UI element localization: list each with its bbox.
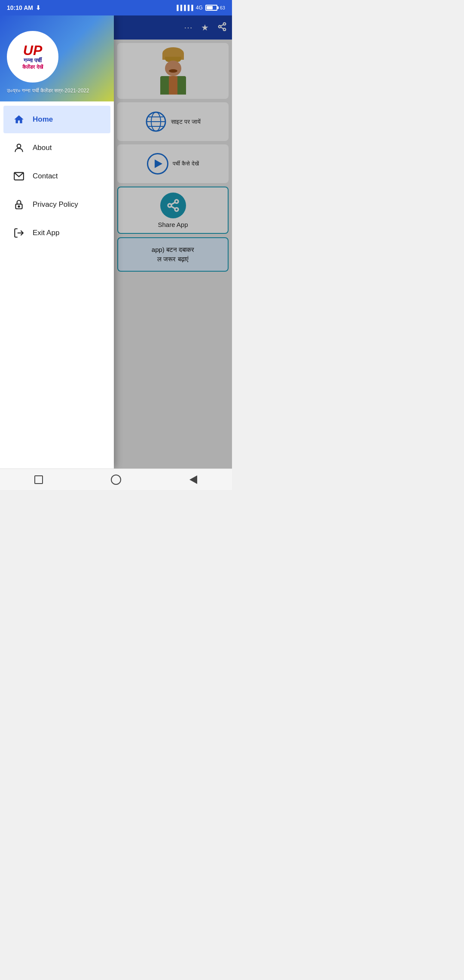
drawer-header: UP गन्ना पर्ची कैलेंडर देखें उ०प्र० गन्न…: [0, 15, 114, 101]
overlay-dim[interactable]: [114, 15, 232, 469]
battery-fill: [207, 6, 213, 9]
nav-item-home[interactable]: Home: [3, 106, 110, 133]
drawer-nav: Home About: [0, 101, 114, 469]
circle-icon: [111, 475, 121, 485]
exit-icon: [12, 226, 26, 240]
home-icon: [12, 113, 26, 126]
square-icon: [34, 475, 43, 484]
nav-item-privacy[interactable]: Privacy Policy: [3, 191, 110, 218]
drawer-subtitle: उ०प्र० गन्ना पर्ची कैलेंडर सत्र-2021-202…: [7, 88, 89, 94]
privacy-icon: [12, 198, 26, 211]
contact-icon: [12, 169, 26, 183]
status-right-area: ▐▐▐▐▐ 4G 63: [175, 5, 225, 11]
nav-home-label: Home: [33, 115, 53, 124]
download-icon: ⬇: [36, 4, 41, 11]
battery-icon: [205, 5, 217, 11]
svg-point-18: [18, 206, 19, 207]
main-container: ⋯ ★: [0, 15, 232, 469]
nav-privacy-label: Privacy Policy: [33, 200, 78, 209]
nav-item-exit[interactable]: Exit App: [3, 219, 110, 247]
logo-hindi-line2: कैलेंडर देखें: [22, 64, 43, 70]
bottom-home-button[interactable]: [107, 471, 125, 488]
navigation-drawer: UP गन्ना पर्ची कैलेंडर देखें उ०प्र० गन्न…: [0, 15, 114, 469]
bottom-nav-bar: [0, 469, 232, 490]
logo-up-text: UP: [23, 43, 42, 57]
app-logo: UP गन्ना पर्ची कैलेंडर देखें: [7, 31, 58, 83]
nav-contact-label: Contact: [33, 172, 58, 181]
nav-about-label: About: [33, 144, 52, 152]
logo-hindi-line1: गन्ना पर्ची: [24, 57, 42, 64]
signal-icon: ▐▐▐▐▐: [175, 5, 193, 11]
network-type: 4G: [196, 5, 203, 11]
bottom-square-button[interactable]: [30, 471, 47, 488]
bottom-back-button[interactable]: [185, 471, 202, 488]
nav-item-about[interactable]: About: [3, 134, 110, 162]
time-display: 10:10 AM: [7, 4, 33, 11]
back-triangle-icon: [189, 475, 197, 484]
status-bar: 10:10 AM ⬇ ▐▐▐▐▐ 4G 63: [0, 0, 232, 15]
battery-percent: 63: [220, 5, 225, 10]
nav-item-contact[interactable]: Contact: [3, 162, 110, 190]
nav-exit-label: Exit App: [33, 229, 59, 237]
about-icon: [12, 141, 26, 155]
svg-point-15: [17, 144, 21, 148]
status-time-area: 10:10 AM ⬇: [7, 4, 41, 11]
